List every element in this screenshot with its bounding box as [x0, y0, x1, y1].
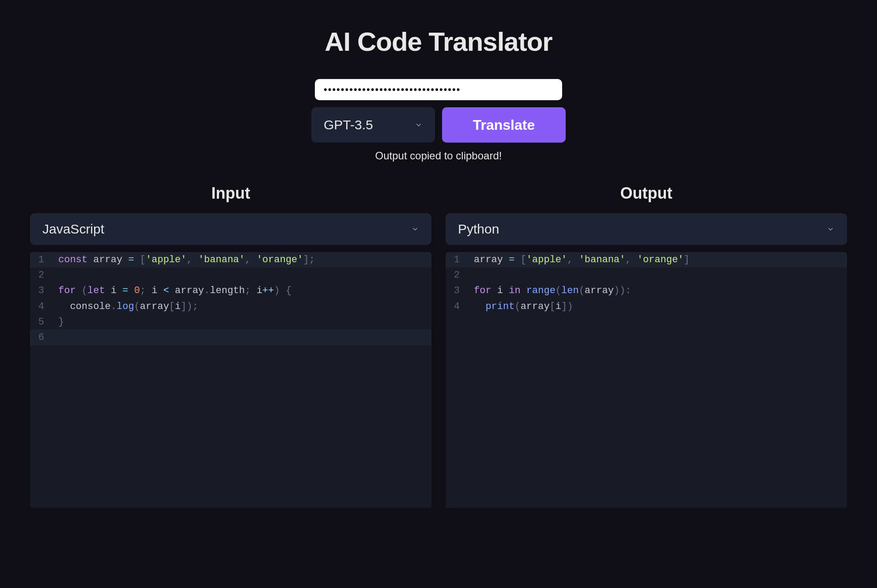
line-number: 5: [30, 314, 51, 330]
chevron-down-icon: [415, 121, 423, 129]
code-line: 1const array = ['apple', 'banana', 'oran…: [30, 252, 431, 268]
output-code-editor[interactable]: 1array = ['apple', 'banana', 'orange']23…: [446, 252, 847, 508]
api-key-input[interactable]: [315, 79, 562, 100]
code-line: 4 print(array[i]): [446, 299, 847, 314]
translate-button[interactable]: Translate: [442, 107, 566, 143]
chevron-down-icon: [827, 225, 835, 233]
model-select[interactable]: GPT-3.5: [311, 107, 435, 143]
line-content: print(array[i]): [467, 299, 573, 314]
input-language-value: JavaScript: [42, 222, 104, 237]
line-number: 2: [30, 268, 51, 283]
line-content: [51, 268, 58, 283]
code-line: 2: [30, 268, 431, 283]
line-content: const array = ['apple', 'banana', 'orang…: [51, 252, 315, 268]
controls-row: GPT-3.5 Translate: [311, 107, 566, 143]
code-line: 3for i in range(len(array)):: [446, 283, 847, 298]
status-message: Output copied to clipboard!: [375, 150, 502, 162]
code-line: 6: [30, 330, 431, 345]
line-number: 6: [30, 330, 51, 345]
line-content: for i in range(len(array)):: [467, 283, 631, 298]
model-select-value: GPT-3.5: [324, 117, 373, 132]
line-content: [51, 330, 58, 345]
input-language-select[interactable]: JavaScript: [30, 213, 431, 245]
line-content: for (let i = 0; i < array.length; i++) {: [51, 283, 291, 298]
input-code-editor[interactable]: 1const array = ['apple', 'banana', 'oran…: [30, 252, 431, 508]
line-number: 3: [446, 283, 467, 298]
chevron-down-icon: [411, 225, 419, 233]
code-line: 2: [446, 268, 847, 283]
line-number: 2: [446, 268, 467, 283]
code-line: 5}: [30, 314, 431, 330]
line-number: 1: [446, 252, 467, 268]
panels-container: Input JavaScript 1const array = ['apple'…: [30, 184, 847, 508]
line-content: [467, 268, 474, 283]
page-title: AI Code Translator: [325, 26, 552, 57]
output-panel: Output Python 1array = ['apple', 'banana…: [446, 184, 847, 508]
output-language-value: Python: [458, 222, 499, 237]
line-content: console.log(array[i]);: [51, 299, 198, 314]
line-number: 3: [30, 283, 51, 298]
code-line: 4 console.log(array[i]);: [30, 299, 431, 314]
input-title: Input: [30, 184, 431, 203]
line-number: 4: [30, 299, 51, 314]
input-panel: Input JavaScript 1const array = ['apple'…: [30, 184, 431, 508]
controls-section: GPT-3.5 Translate Output copied to clipb…: [311, 79, 566, 162]
code-line: 1array = ['apple', 'banana', 'orange']: [446, 252, 847, 268]
line-content: array = ['apple', 'banana', 'orange']: [467, 252, 690, 268]
line-number: 1: [30, 252, 51, 268]
output-language-select[interactable]: Python: [446, 213, 847, 245]
code-line: 3for (let i = 0; i < array.length; i++) …: [30, 283, 431, 298]
output-title: Output: [446, 184, 847, 203]
line-number: 4: [446, 299, 467, 314]
line-content: }: [51, 314, 64, 330]
